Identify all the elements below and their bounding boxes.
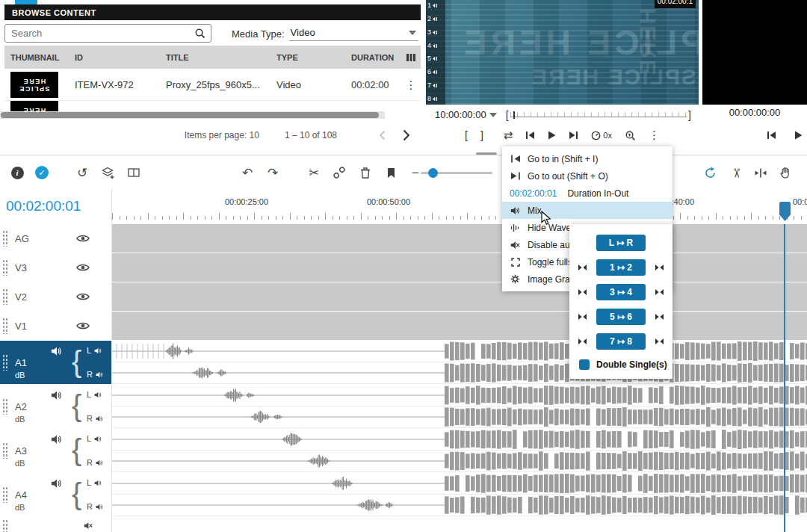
timeline-ruler[interactable]: 00:00:25:0000:00:50:0000:01:15:0000:01:4… [112, 188, 807, 224]
audio-lane-right[interactable] [112, 406, 807, 428]
zoom-icon[interactable] [625, 130, 636, 141]
previous-page-button[interactable] [379, 130, 386, 140]
source-timecode[interactable]: 10:00:00:00 [435, 109, 486, 120]
next-page-button[interactable] [402, 129, 410, 141]
previous-frame-button[interactable] [767, 131, 776, 140]
speaker-icon[interactable] [51, 390, 62, 400]
audio-lane-right[interactable] [112, 362, 807, 384]
sync-icon[interactable] [702, 165, 718, 180]
track-header[interactable]: V3 [0, 253, 112, 282]
layers-add-icon[interactable] [99, 165, 116, 180]
reset-icon[interactable]: ↺ [74, 165, 90, 180]
playhead-handle[interactable] [779, 202, 791, 221]
track-content[interactable] [112, 429, 807, 472]
track-header[interactable]: A3dB{LR [0, 429, 112, 472]
zoom-slider-knob[interactable] [428, 168, 438, 178]
player-menu-button[interactable]: ⋮ [649, 129, 660, 142]
db-button[interactable]: dB [15, 459, 25, 468]
right-channel[interactable]: R [87, 414, 103, 423]
mix-button-1[interactable]: 1 ↦ 2 [596, 259, 646, 276]
db-button[interactable]: dB [15, 371, 25, 380]
mark-out-button[interactable]: ] [480, 129, 483, 141]
items-per-page-value[interactable]: 10 [250, 130, 259, 140]
left-channel[interactable]: L [87, 346, 102, 355]
check-circle-icon[interactable]: ✓ [34, 165, 50, 180]
track-content[interactable] [112, 282, 807, 311]
track-content[interactable] [112, 385, 807, 428]
track-content[interactable] [112, 517, 807, 532]
speaker-muted-icon[interactable] [84, 522, 93, 530]
track-content[interactable] [112, 312, 807, 340]
drag-handle-icon[interactable] [2, 398, 8, 415]
drag-handle-icon[interactable] [2, 519, 8, 532]
left-channel[interactable]: L [87, 434, 102, 443]
left-channel[interactable]: L [87, 478, 102, 487]
track-header[interactable]: A4dB{LR [0, 473, 112, 516]
right-channel[interactable]: R [87, 502, 103, 511]
column-header-id[interactable]: ID [69, 53, 160, 62]
track-content[interactable] [112, 253, 807, 282]
db-button[interactable]: dB [15, 503, 25, 512]
speaker-icon[interactable] [51, 434, 62, 445]
eye-icon[interactable] [76, 263, 90, 272]
scrub-track[interactable] [510, 112, 687, 117]
drag-handle-icon[interactable] [2, 354, 8, 371]
undo-icon[interactable]: ↶ [239, 165, 256, 180]
column-header-type[interactable]: TYPE [270, 53, 345, 62]
zoom-out-icon[interactable]: − [407, 165, 424, 180]
speaker-icon[interactable] [51, 346, 62, 356]
table-row[interactable]: SPLICEHEREITEM-VX-972Proxy_25fps_960x5..… [4, 69, 421, 101]
play-button[interactable] [794, 131, 803, 140]
track-content[interactable] [112, 473, 807, 516]
drag-handle-icon[interactable] [2, 442, 8, 459]
items-per-page[interactable]: Items per page: 10 [185, 130, 259, 140]
source-video-viewport[interactable]: SPLICE HERE SPLICE HERE SPLICE HERE 1234… [426, 0, 699, 105]
mix-button-3[interactable]: 5 ↦ 6 [596, 309, 646, 325]
column-settings-button[interactable] [401, 52, 421, 63]
unlink-icon[interactable] [331, 165, 347, 180]
audio-lane-left[interactable] [112, 473, 807, 495]
playhead-line[interactable] [784, 224, 785, 532]
play-button[interactable] [548, 131, 556, 140]
menu-item-go-to-in-shift-i[interactable]: Go to in (Shift + I) [502, 150, 672, 167]
redo-icon[interactable]: ↷ [265, 165, 281, 180]
double-singles-toggle[interactable] [579, 359, 590, 370]
scissors-icon[interactable]: ✂ [306, 165, 322, 180]
track-header[interactable]: V1 [0, 312, 112, 340]
program-timecode[interactable]: 00:00:00:00 [702, 107, 807, 118]
hand-icon[interactable] [777, 165, 794, 180]
double-singles-row[interactable]: Double Single(s) [569, 353, 672, 370]
drag-handle-icon[interactable] [2, 230, 8, 247]
info-icon[interactable]: i [9, 165, 25, 180]
search-icon[interactable] [194, 28, 205, 39]
drag-handle-icon[interactable] [2, 288, 8, 305]
track-header[interactable]: A1dB{LR [0, 341, 112, 384]
track-header[interactable]: AG [0, 224, 112, 253]
search-box[interactable] [4, 24, 211, 43]
next-frame-button[interactable] [569, 131, 578, 140]
split-view-icon[interactable] [126, 165, 142, 180]
menu-item-go-to-out-shift-o[interactable]: Go to out (Shift + O) [502, 167, 672, 185]
drag-handle-icon[interactable] [2, 486, 8, 503]
program-video-viewport[interactable] [702, 0, 807, 105]
track-header[interactable] [0, 517, 112, 532]
trim-icon[interactable] [752, 165, 769, 180]
scrub-bar[interactable]: [ ] [506, 109, 691, 121]
left-channel[interactable]: L [87, 390, 102, 399]
scrollbar-thumb[interactable] [1, 112, 379, 118]
search-input[interactable] [11, 28, 194, 39]
timecode-caret-icon[interactable] [489, 113, 497, 117]
panel-divider[interactable] [0, 155, 807, 155]
eye-icon[interactable] [76, 321, 90, 330]
audio-lane-right[interactable] [112, 451, 807, 472]
media-type-select[interactable]: Video [289, 27, 418, 41]
column-header-duration[interactable]: DURATION [345, 53, 399, 62]
speaker-icon[interactable] [51, 478, 62, 489]
flag-icon[interactable] [383, 165, 399, 180]
column-header-thumbnail[interactable]: THUMBNAIL [4, 53, 69, 62]
trash-icon[interactable] [357, 165, 374, 180]
horizontal-scrollbar[interactable] [0, 111, 385, 119]
swap-icon[interactable]: ⇄ [504, 129, 513, 142]
menu-item-mix[interactable]: Mix [502, 202, 672, 219]
divider-grip[interactable] [476, 152, 497, 155]
